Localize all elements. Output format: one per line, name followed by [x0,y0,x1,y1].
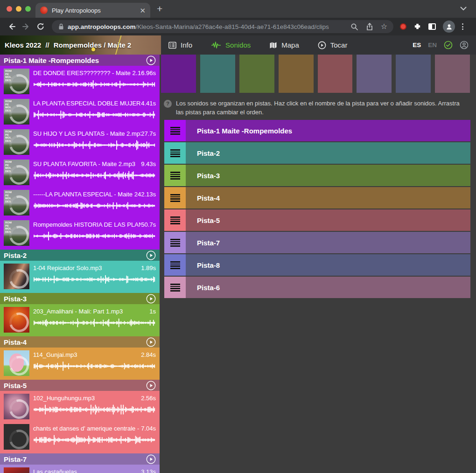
language-es[interactable]: ES [413,42,421,49]
forward-icon[interactable] [20,21,32,33]
tab-sonidos[interactable]: Sonidos [211,41,251,49]
track-row[interactable]: Pista-5 [164,209,470,231]
audio-clip[interactable]: chants et danses d' amerique centrale - … [4,424,156,450]
new-tab-icon[interactable]: + [157,3,162,14]
clip-thumbnail[interactable]: ROM PE MOL DES [4,220,29,246]
track-drag-handle[interactable] [164,120,186,141]
clip-waveform[interactable] [33,231,156,241]
audio-clip[interactable]: 114_Gunjai.mp3 2.84s [4,350,156,376]
pista-section-title[interactable]: Pista-3 [4,295,146,303]
audio-clip[interactable]: 1-04 Repicador Solo.mp3 1.89s [4,264,156,289]
url-bar[interactable]: app.antropoloops.com/Kleos-Santa-Marina/… [52,20,393,33]
pista-section-header[interactable]: Pista-2 [0,250,160,261]
audio-clip[interactable]: ROM PE MOL DES Rompemoldes HISTORIA DE L… [4,220,156,246]
track-row[interactable]: Pista-1 Maite -Rompemoldes [164,120,470,141]
pista-play-icon[interactable] [146,250,156,260]
profile-avatar[interactable] [443,21,455,33]
audio-clip[interactable]: ROM PE MOL DES LA PLANTA ESPECIAL DOBLE … [4,99,156,125]
track-drag-handle[interactable] [164,209,186,231]
clip-thumbnail[interactable]: ROM PE MOL DES [4,99,29,125]
track-row-label[interactable]: Pista-8 [186,261,220,269]
clip-thumbnail[interactable] [4,350,29,376]
clip-thumbnail[interactable]: ROM PE MOL DES [4,190,29,216]
clip-thumbnail[interactable] [4,394,29,419]
extensions-puzzle-icon[interactable] [413,23,421,31]
pista-section-title[interactable]: Pista-4 [4,338,146,346]
browser-menu-icon[interactable] [462,23,463,30]
pista-section-header[interactable]: Pista-3 [0,293,160,304]
clip-waveform[interactable] [33,274,156,285]
track-row[interactable]: Pista-4 [164,187,470,209]
audio-clip[interactable]: ROM PE MOL DES SU PLANTA FAVORITA - Mait… [4,160,156,185]
pista-play-icon[interactable] [146,56,156,65]
side-panel-icon[interactable] [428,23,436,30]
clip-waveform[interactable] [33,361,156,371]
clip-thumbnail[interactable] [4,307,29,333]
clip-waveform[interactable] [33,79,156,90]
track-row-label[interactable]: Pista-2 [186,149,220,157]
pista-play-icon[interactable] [146,381,156,390]
tab-tocar[interactable]: Tocar [318,41,348,49]
track-row-label[interactable]: Pista-4 [186,194,220,202]
track-row[interactable]: Pista-7 [164,232,470,253]
clip-waveform[interactable] [33,110,156,120]
clip-waveform[interactable] [33,435,156,445]
account-icon[interactable] [460,41,469,49]
track-row[interactable]: Pista-3 [164,165,470,186]
pista-section-title[interactable]: Pista-5 [4,382,146,390]
pista-section-header[interactable]: Pista-4 [0,336,160,348]
pista-section-title[interactable]: Pista-7 [4,455,146,463]
audio-clip[interactable]: 102_Hunguhungu.mp3 2.56s [4,394,156,419]
track-row-label[interactable]: Pista-1 Maite -Rompemoldes [186,127,292,135]
clip-thumbnail[interactable] [4,424,29,450]
share-icon[interactable] [366,23,373,31]
track-row-label[interactable]: Pista-5 [186,216,220,224]
pista-section-header[interactable]: Pista-5 [0,380,160,391]
bookmark-star-icon[interactable]: ☆ [381,23,387,30]
audio-clip[interactable]: Las castañuelas 3.13s [4,467,156,473]
track-drag-handle[interactable] [164,232,186,253]
track-row-label[interactable]: Pista-7 [186,239,220,247]
clip-waveform[interactable] [33,318,156,328]
audio-clip[interactable]: ROM PE MOL DES SU HIJO Y LAS PLANTAS - M… [4,129,156,155]
track-drag-handle[interactable] [164,277,186,298]
audio-clip[interactable]: ROM PE MOL DES ------LA PLANNTA ESPECIAL… [4,190,156,216]
track-row[interactable]: Pista-6 [164,277,470,298]
audio-clip[interactable]: 203_Amalihani - Mali: Part 1.mp3 1s [4,307,156,333]
clip-thumbnail[interactable]: ROM PE MOL DES [4,129,29,155]
track-row[interactable]: Pista-8 [164,254,470,276]
pista-play-icon[interactable] [146,454,156,464]
language-en[interactable]: EN [428,42,437,49]
track-drag-handle[interactable] [164,165,186,186]
tab-close-icon[interactable]: ✕ [140,7,146,14]
macos-zoom-button[interactable] [25,6,31,12]
clip-thumbnail[interactable] [4,467,29,473]
reload-icon[interactable] [35,21,47,33]
pista-play-icon[interactable] [146,337,156,347]
zoom-search-icon[interactable] [350,23,358,31]
back-icon[interactable] [6,21,18,33]
pista-section-header[interactable]: Pista-1 Maite -Rompemoldes [0,55,160,66]
breadcrumb-project[interactable]: Kleos 2022 [5,41,41,49]
track-drag-handle[interactable] [164,142,186,164]
tab-mapa[interactable]: Mapa [269,41,299,49]
pista-section-title[interactable]: Pista-1 Maite -Rompemoldes [4,56,146,64]
breadcrumb[interactable]: Kleos 2022 // Rompemoldes / Maite 2 [0,35,161,55]
clip-waveform[interactable] [33,170,156,181]
clip-thumbnail[interactable]: ROM PE MOL DES [4,69,29,94]
pista-section-title[interactable]: Pista-2 [4,251,146,259]
track-drag-handle[interactable] [164,187,186,209]
audio-clip[interactable]: ROM PE MOL DES DE DONDE ERES???????? - M… [4,69,156,94]
browser-tab[interactable]: Play Antropoloops ✕ [35,3,150,18]
clip-thumbnail[interactable] [4,264,29,289]
clip-waveform[interactable] [33,404,156,415]
track-row[interactable]: Pista-2 [164,142,470,164]
track-row-label[interactable]: Pista-6 [186,284,220,292]
clip-thumbnail[interactable]: ROM PE MOL DES [4,160,29,185]
clip-waveform[interactable] [33,201,156,211]
macos-minimize-button[interactable] [16,6,21,12]
tab-search-chevron-icon[interactable] [460,7,467,11]
track-row-label[interactable]: Pista-3 [186,172,220,180]
pista-section-header[interactable]: Pista-7 [0,453,160,465]
track-drag-handle[interactable] [164,254,186,276]
